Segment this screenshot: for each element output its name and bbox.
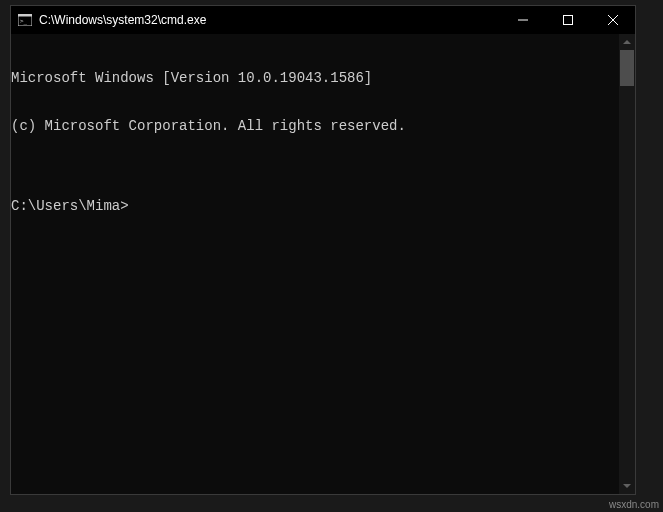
cmd-window: >_ C:\Windows\system32\cmd.exe Microsoft… xyxy=(10,5,636,495)
maximize-button[interactable] xyxy=(545,6,590,34)
scroll-thumb[interactable] xyxy=(620,50,634,86)
window-controls xyxy=(500,6,635,34)
svg-rect-4 xyxy=(563,16,572,25)
vertical-scrollbar[interactable] xyxy=(619,34,635,494)
prompt-line: C:\Users\Mima> xyxy=(11,198,619,214)
copyright-line: (c) Microsoft Corporation. All rights re… xyxy=(11,118,619,134)
svg-marker-8 xyxy=(623,484,631,488)
scroll-down-arrow[interactable] xyxy=(619,478,635,494)
watermark: wsxdn.com xyxy=(609,499,659,510)
close-button[interactable] xyxy=(590,6,635,34)
scroll-up-arrow[interactable] xyxy=(619,34,635,50)
terminal-content[interactable]: Microsoft Windows [Version 10.0.19043.15… xyxy=(11,34,619,494)
terminal-body: Microsoft Windows [Version 10.0.19043.15… xyxy=(11,34,635,494)
svg-marker-7 xyxy=(623,40,631,44)
window-title: C:\Windows\system32\cmd.exe xyxy=(39,13,500,27)
titlebar[interactable]: >_ C:\Windows\system32\cmd.exe xyxy=(11,6,635,34)
version-line: Microsoft Windows [Version 10.0.19043.15… xyxy=(11,70,619,86)
cmd-icon: >_ xyxy=(17,12,33,28)
minimize-button[interactable] xyxy=(500,6,545,34)
svg-text:>_: >_ xyxy=(20,17,28,25)
